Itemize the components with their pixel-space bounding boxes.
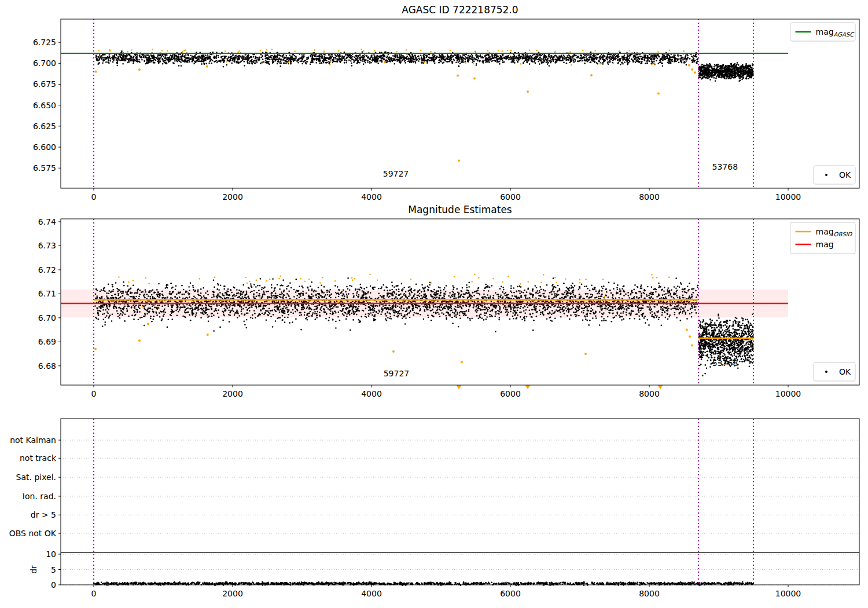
y-tick-label: 6.575	[33, 163, 56, 173]
annotation: 53768	[712, 162, 738, 171]
y-tick-label: 6.725	[33, 38, 56, 47]
outlier-point	[206, 65, 208, 68]
y-tick-label: 6.70	[38, 313, 56, 323]
clipped-point-marker	[456, 385, 461, 389]
x-tick-label: 0	[91, 589, 97, 598]
y-tick-label: 6.675	[33, 79, 56, 89]
x-tick-label: 2000	[222, 389, 243, 398]
panel-title: Magnitude Estimates	[408, 204, 512, 215]
outlier-point	[689, 335, 691, 338]
outlier-point	[473, 77, 476, 79]
x-tick-label: 4000	[361, 192, 382, 202]
y-tick-label: 6.74	[38, 217, 56, 226]
y-tick-label: 5	[51, 565, 56, 574]
y-tick-label: 6.625	[33, 122, 56, 131]
scatter-cluster	[118, 273, 670, 284]
x-tick-label: 6000	[500, 589, 521, 598]
flags-dr-panel: 02000400060008000100000510OBS not OKdr >…	[9, 419, 859, 598]
x-tick-label: 2000	[222, 589, 243, 598]
y-axis-label: dr	[29, 565, 38, 574]
x-tick-label: 2000	[222, 192, 243, 202]
outlier-point	[95, 71, 97, 73]
axes-frame	[61, 419, 859, 585]
x-tick-label: 6000	[500, 192, 521, 202]
y-tick-label: OBS not OK	[9, 529, 57, 538]
clipped-point-marker	[525, 385, 531, 389]
outlier-point	[147, 323, 149, 325]
annotation: 53768	[712, 358, 738, 368]
outlier-point	[694, 71, 696, 74]
y-tick-label: not track	[20, 453, 57, 463]
outlier-point	[138, 339, 141, 342]
scatter-cluster	[93, 581, 754, 586]
x-tick-label: 8000	[639, 192, 660, 202]
y-tick-label: 6.600	[33, 142, 56, 152]
y-tick-label: 10	[46, 550, 56, 559]
outlier-point	[527, 90, 529, 93]
y-tick-label: 6.72	[38, 265, 56, 274]
outlier-point	[688, 64, 690, 67]
y-tick-label: 6.700	[33, 58, 56, 68]
y-tick-label: 6.68	[38, 361, 56, 371]
legend-label: OK	[839, 367, 851, 376]
outlier-point	[457, 75, 459, 77]
legend-label: mag	[816, 240, 834, 249]
x-tick-label: 0	[91, 192, 97, 202]
x-tick-label: 10000	[775, 389, 801, 398]
x-tick-label: 10000	[775, 192, 801, 202]
x-tick-label: 0	[91, 389, 97, 398]
clipped-point-marker	[657, 385, 663, 389]
annotation: 59727	[383, 169, 409, 178]
agasc-mag-panel: 02000400060008000100006.5756.6006.6256.6…	[33, 4, 859, 202]
outlier-point	[392, 350, 395, 353]
y-tick-label: 6.71	[38, 289, 56, 298]
x-tick-label: 4000	[361, 589, 382, 598]
annotation: 59727	[384, 369, 410, 378]
y-tick-label: 6.73	[38, 241, 56, 250]
axes-frame	[61, 19, 859, 188]
outlier-point	[691, 345, 693, 347]
outlier-point	[138, 68, 141, 71]
y-tick-label: 6.69	[38, 337, 56, 346]
y-tick-label: dr > 5	[31, 510, 56, 519]
y-tick-label: 6.650	[33, 101, 56, 110]
outlier-point	[590, 74, 593, 76]
x-tick-label: 6000	[500, 389, 521, 398]
legend-sample-dot	[825, 371, 827, 373]
magnitude-estimates-panel: 02000400060008000100006.686.696.706.716.…	[38, 204, 859, 398]
x-tick-label: 10000	[775, 589, 801, 598]
outlier-point	[461, 361, 463, 364]
y-tick-label: not Kalman	[10, 435, 56, 445]
outlier-point	[691, 68, 693, 71]
outlier-point	[686, 329, 688, 331]
outlier-point	[458, 160, 460, 162]
legend-label: OK	[839, 170, 851, 180]
x-tick-label: 8000	[639, 389, 660, 398]
panel-title: AGASC ID 722218752.0	[402, 4, 518, 16]
x-tick-label: 4000	[361, 389, 382, 398]
figure-canvas: 02000400060008000100006.5756.6006.6256.6…	[0, 0, 868, 608]
outlier-point	[207, 334, 209, 336]
outlier-point	[94, 348, 97, 350]
y-tick-label: Sat. pixel.	[16, 473, 56, 482]
outlier-point	[657, 92, 660, 94]
y-tick-label: Ion. rad.	[23, 492, 56, 501]
magnitude-figure: 02000400060008000100006.5756.6006.6256.6…	[0, 0, 868, 608]
y-tick-label: 0	[51, 580, 56, 589]
legend-sample-dot	[825, 174, 827, 176]
x-tick-label: 8000	[639, 589, 660, 598]
outlier-point	[584, 353, 587, 355]
